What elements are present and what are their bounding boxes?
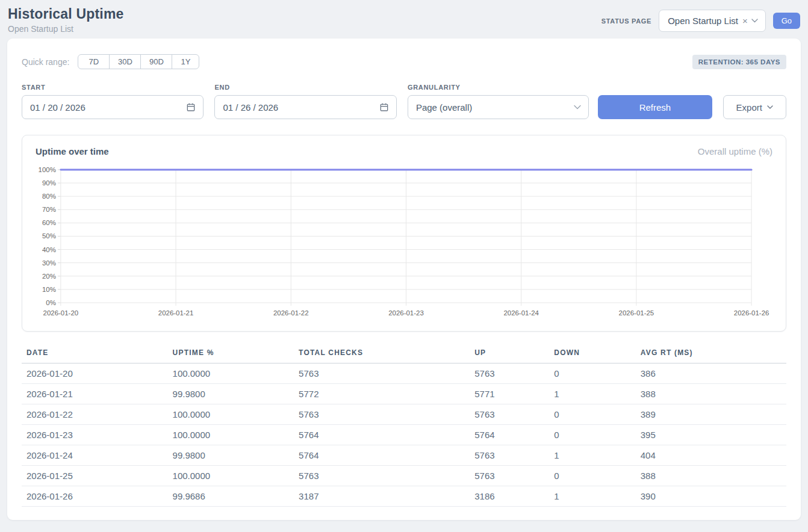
table-cell: 388 [636, 384, 786, 404]
table-cell: 386 [636, 363, 786, 384]
table-cell: 2026-01-24 [22, 445, 168, 466]
chevron-down-icon [751, 19, 758, 23]
svg-text:2026-01-25: 2026-01-25 [619, 309, 654, 317]
chevron-down-icon [767, 105, 773, 110]
table-cell: 0 [549, 466, 636, 486]
main-card: Quick range: 7D 30D 90D 1Y RETENTION: 36… [7, 39, 801, 520]
retention-badge: RETENTION: 365 DAYS [692, 55, 786, 69]
svg-text:60%: 60% [42, 219, 56, 226]
table-row: 2026-01-23100.0000576457640395 [22, 425, 786, 445]
svg-text:30%: 30% [42, 259, 56, 267]
table-cell: 1 [549, 486, 636, 507]
table-cell: 0 [549, 425, 636, 445]
table-cell: 100.0000 [168, 363, 294, 384]
export-button[interactable]: Export [723, 95, 786, 119]
svg-text:2026-01-23: 2026-01-23 [388, 309, 424, 317]
go-button[interactable]: Go [773, 13, 800, 29]
table-cell: 5771 [470, 384, 549, 404]
column-header: UP [470, 345, 549, 363]
granularity-select[interactable]: Page (overall) [408, 95, 589, 119]
column-header: TOTAL CHECKS [294, 345, 470, 363]
header-controls: STATUS PAGE Open Startup List × Go [601, 10, 800, 32]
table-row: 2026-01-2699.9686318731861390 [22, 486, 786, 507]
title-block: Historical Uptime Open Startup List [8, 6, 124, 34]
svg-text:40%: 40% [42, 246, 56, 253]
table-cell: 5764 [470, 425, 549, 445]
end-date-value: 01 / 26 / 2026 [223, 102, 278, 113]
table-row: 2026-01-25100.0000576357630388 [22, 466, 786, 486]
svg-text:90%: 90% [42, 179, 56, 187]
table-cell: 99.9800 [168, 384, 294, 404]
column-header: DOWN [549, 345, 636, 363]
svg-text:80%: 80% [42, 193, 56, 200]
quick-range-group: 7D 30D 90D 1Y [78, 54, 199, 69]
quick-range-1y[interactable]: 1Y [172, 54, 199, 69]
refresh-button[interactable]: Refresh [598, 95, 712, 119]
table-cell: 100.0000 [168, 466, 294, 486]
table-cell: 2026-01-20 [22, 363, 168, 384]
calendar-icon[interactable] [186, 102, 196, 112]
status-page-select[interactable]: Open Startup List × [659, 10, 766, 32]
table-cell: 1 [549, 445, 636, 466]
table-cell: 1 [549, 384, 636, 404]
clear-icon[interactable]: × [742, 16, 748, 25]
table-cell: 2026-01-23 [22, 425, 168, 445]
table-cell: 5764 [294, 425, 470, 445]
svg-text:20%: 20% [42, 273, 56, 280]
status-page-value: Open Startup List [668, 16, 738, 26]
quick-range-30d[interactable]: 30D [109, 54, 141, 69]
table-cell: 0 [549, 363, 636, 384]
end-date-input[interactable]: 01 / 26 / 2026 [214, 95, 396, 119]
uptime-table: DATEUPTIME %TOTAL CHECKSUPDOWNAVG RT (MS… [22, 345, 786, 507]
start-label: START [22, 84, 204, 91]
table-cell: 404 [636, 445, 786, 466]
table-row: 2026-01-22100.0000576357630389 [22, 404, 786, 425]
table-cell: 100.0000 [168, 425, 294, 445]
table-cell: 2026-01-26 [22, 486, 168, 507]
svg-text:10%: 10% [42, 286, 56, 293]
svg-text:0%: 0% [46, 299, 56, 306]
quick-range-label: Quick range: [22, 57, 69, 67]
uptime-chart: 0%10%20%30%40%50%60%70%80%90%100%2026-01… [34, 165, 774, 320]
table-cell: 2026-01-25 [22, 466, 168, 486]
svg-text:2026-01-21: 2026-01-21 [158, 309, 194, 317]
svg-text:100%: 100% [39, 166, 56, 173]
table-cell: 5763 [470, 445, 549, 466]
quick-range-row: Quick range: 7D 30D 90D 1Y RETENTION: 36… [22, 54, 786, 69]
export-label: Export [736, 102, 762, 113]
table-cell: 99.9686 [168, 486, 294, 507]
table-cell: 100.0000 [168, 404, 294, 425]
table-cell: 5763 [470, 466, 549, 486]
svg-text:2026-01-22: 2026-01-22 [273, 309, 309, 317]
table-cell: 2026-01-21 [22, 384, 168, 404]
table-cell: 389 [636, 404, 786, 425]
calendar-icon[interactable] [379, 102, 389, 112]
start-date-input[interactable]: 01 / 20 / 2026 [22, 95, 204, 119]
column-header: AVG RT (MS) [636, 345, 786, 363]
table-header: DATEUPTIME %TOTAL CHECKSUPDOWNAVG RT (MS… [22, 345, 786, 363]
table-cell: 5763 [294, 363, 470, 384]
quick-range-90d[interactable]: 90D [140, 54, 172, 69]
table-cell: 5772 [294, 384, 470, 404]
svg-text:2026-01-24: 2026-01-24 [503, 309, 539, 317]
start-date-value: 01 / 20 / 2026 [30, 102, 85, 113]
table-row: 2026-01-20100.0000576357630386 [22, 363, 786, 384]
table-cell: 3186 [470, 486, 549, 507]
svg-text:2026-01-20: 2026-01-20 [43, 309, 79, 317]
chart-legend: Overall uptime (%) [698, 146, 772, 156]
table-cell: 2026-01-22 [22, 404, 168, 425]
granularity-value: Page (overall) [416, 102, 472, 113]
page-header: Historical Uptime Open Startup List STAT… [0, 0, 808, 39]
table-cell: 5764 [294, 445, 470, 466]
chart-card: Uptime over time Overall uptime (%) 0%10… [22, 135, 786, 332]
table-cell: 388 [636, 466, 786, 486]
table-cell: 5763 [294, 466, 470, 486]
chart-title: Uptime over time [36, 146, 109, 156]
quick-range-7d[interactable]: 7D [78, 54, 110, 69]
svg-text:50%: 50% [42, 232, 56, 240]
filter-row: START 01 / 20 / 2026 END 01 / 26 / 2026 … [22, 84, 786, 119]
status-page-label: STATUS PAGE [601, 17, 651, 25]
table-cell: 5763 [470, 404, 549, 425]
table-cell: 0 [549, 404, 636, 425]
table-cell: 5763 [294, 404, 470, 425]
